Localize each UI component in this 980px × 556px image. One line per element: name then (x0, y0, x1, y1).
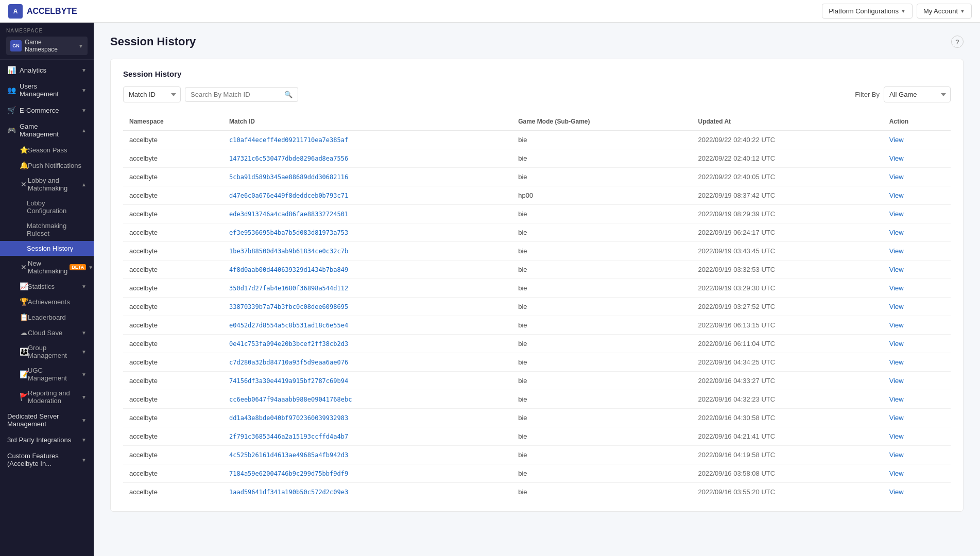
view-link[interactable]: View (889, 377, 904, 385)
view-link[interactable]: View (889, 451, 904, 459)
col-game-mode: Game Mode (Sub-Game) (512, 113, 692, 131)
ugc-icon: 📝 (20, 370, 28, 378)
view-link[interactable]: View (889, 340, 904, 348)
sidebar-item-custom-features[interactable]: Custom Features (Accelbyte In... ▼ (0, 448, 94, 472)
view-link[interactable]: View (889, 192, 904, 199)
sidebar-item-group-management[interactable]: 👨‍👩‍👦 Group Management ▼ (0, 340, 94, 363)
sidebar-item-analytics[interactable]: 📊 Analytics ▼ (0, 62, 94, 78)
chevron-icon: ▼ (81, 108, 87, 113)
sidebar-item-achievements[interactable]: 🏆 Achievements (0, 294, 94, 309)
cell-match-id: e0452d27d8554a5c8b531ad18c6e55e4 (223, 316, 512, 335)
cell-action: View (883, 260, 951, 279)
filter-game-select[interactable]: All Game Game A Game B (884, 86, 951, 102)
cell-namespace: accelbyte (123, 260, 223, 279)
cell-match-id: 1be37b88500d43ab9b61834ce0c32c7b (223, 242, 512, 260)
cell-updated-at: 2022/09/19 06:24:17 UTC (692, 223, 883, 242)
view-link[interactable]: View (889, 136, 904, 144)
cell-game-mode: bie (512, 390, 692, 409)
table-row: accelbyte 33870339b7a74b3fbc0c08dee60986… (123, 298, 951, 316)
view-link[interactable]: View (889, 358, 904, 366)
col-namespace: Namespace (123, 113, 223, 131)
sidebar-item-season-pass[interactable]: ⭐ Season Pass (0, 142, 94, 158)
chevron-icon: ▼ (81, 418, 87, 423)
cell-action: View (883, 223, 951, 242)
account-button[interactable]: My Account ▼ (917, 4, 972, 19)
view-link[interactable]: View (889, 229, 904, 236)
cell-game-mode: hp00 (512, 186, 692, 205)
cell-namespace: accelbyte (123, 242, 223, 260)
cell-updated-at: 2022/09/16 03:58:08 UTC (692, 464, 883, 483)
table-row: accelbyte 5cba91d589b345ae88689ddd306821… (123, 168, 951, 186)
cell-match-id: 74156df3a30e4419a915bf2787c69b94 (223, 372, 512, 390)
cell-game-mode: bie (512, 205, 692, 223)
logo[interactable]: A ACCELBYTE (8, 4, 77, 19)
cell-namespace: accelbyte (123, 279, 223, 298)
cell-action: View (883, 298, 951, 316)
table-row: accelbyte 7184a59e62004746b9c299d75bbf9d… (123, 464, 951, 483)
sidebar-item-game-management[interactable]: 🎮 Game Management ▲ (0, 118, 94, 142)
view-link[interactable]: View (889, 154, 904, 162)
cell-updated-at: 2022/09/16 06:11:04 UTC (692, 335, 883, 353)
cell-updated-at: 2022/09/22 02:40:12 UTC (692, 149, 883, 168)
view-link[interactable]: View (889, 266, 904, 273)
view-link[interactable]: View (889, 488, 904, 496)
view-link[interactable]: View (889, 470, 904, 477)
cell-action: View (883, 335, 951, 353)
sidebar-item-dedicated-server[interactable]: Dedicated Server Management ▼ (0, 408, 94, 432)
sidebar-item-push-notifications[interactable]: 🔔 Push Notifications (0, 158, 94, 173)
view-link[interactable]: View (889, 303, 904, 310)
sidebar-item-new-matchmaking[interactable]: ✕ New Matchmaking BETA ▼ (0, 256, 94, 279)
search-type-select[interactable]: Match ID Game Mode (123, 86, 181, 102)
cell-action: View (883, 353, 951, 372)
sidebar-item-leaderboard[interactable]: 📋 Leaderboard (0, 309, 94, 325)
cell-match-id: 1aad59641df341a190b50c572d2c09e3 (223, 483, 512, 501)
cell-namespace: accelbyte (123, 186, 223, 205)
logo-text: ACCELBYTE (27, 7, 77, 16)
sidebar-item-ecommerce[interactable]: 🛒 E-Commerce ▼ (0, 102, 94, 118)
view-link[interactable]: View (889, 414, 904, 422)
cell-action: View (883, 446, 951, 464)
sidebar-item-session-history[interactable]: Session History (0, 241, 94, 256)
session-history-table: Namespace Match ID Game Mode (Sub-Game) … (123, 113, 951, 501)
sidebar-item-ugc-management[interactable]: 📝 UGC Management ▼ (0, 363, 94, 386)
cell-updated-at: 2022/09/19 03:29:30 UTC (692, 279, 883, 298)
cell-namespace: accelbyte (123, 390, 223, 409)
view-link[interactable]: View (889, 247, 904, 255)
search-input[interactable] (191, 91, 281, 98)
cell-match-id: ede3d913746a4cad86fae88332724501 (223, 205, 512, 223)
table-row: accelbyte c10af44eceff4ed09211710ea7e385… (123, 131, 951, 149)
sidebar-item-users-management[interactable]: 👥 Users Management ▼ (0, 78, 94, 102)
view-link[interactable]: View (889, 284, 904, 292)
cell-namespace: accelbyte (123, 205, 223, 223)
help-icon[interactable]: ? (951, 36, 964, 48)
view-link[interactable]: View (889, 395, 904, 403)
namespace-selector[interactable]: GN Game Namespace ▼ (6, 37, 88, 55)
platform-config-button[interactable]: Platform Configurations ▼ (822, 4, 913, 19)
chevron-icon: ▼ (81, 437, 87, 443)
cell-updated-at: 2022/09/16 04:33:27 UTC (692, 372, 883, 390)
filter-by-label: Filter By (855, 91, 880, 98)
col-match-id: Match ID (223, 113, 512, 131)
view-link[interactable]: View (889, 210, 904, 218)
sidebar-item-lobby-matchmaking[interactable]: ✕ Lobby and Matchmaking ▲ (0, 173, 94, 196)
sidebar-item-matchmaking-ruleset[interactable]: Matchmaking Ruleset (0, 218, 94, 241)
cell-match-id: 4f8d0aab00d440639329d1434b7ba849 (223, 260, 512, 279)
page-title: Session History (110, 35, 196, 48)
cell-action: View (883, 205, 951, 223)
view-link[interactable]: View (889, 432, 904, 440)
sidebar-item-3rd-party[interactable]: 3rd Party Integrations ▼ (0, 432, 94, 448)
cell-game-mode: bie (512, 483, 692, 501)
star-icon: ⭐ (20, 146, 28, 154)
chevron-icon: ▼ (81, 330, 87, 336)
view-link[interactable]: View (889, 321, 904, 329)
main-content: Session History ? Session History Match … (94, 23, 980, 556)
cell-namespace: accelbyte (123, 409, 223, 427)
cell-match-id: c7d280a32bd84710a93f5d9eaa6ae076 (223, 353, 512, 372)
sidebar-item-cloud-save[interactable]: ☁ Cloud Save ▼ (0, 325, 94, 340)
chevron-icon: ▼ (88, 265, 93, 270)
sidebar-item-reporting-moderation[interactable]: 🚩 Reporting and Moderation ▼ (0, 386, 94, 408)
sidebar-item-lobby-configuration[interactable]: Lobby Configuration (0, 196, 94, 218)
view-link[interactable]: View (889, 173, 904, 181)
cell-match-id: 4c525b26161d4613ae49685a4fb942d3 (223, 446, 512, 464)
sidebar-item-statistics[interactable]: 📈 Statistics ▼ (0, 279, 94, 294)
